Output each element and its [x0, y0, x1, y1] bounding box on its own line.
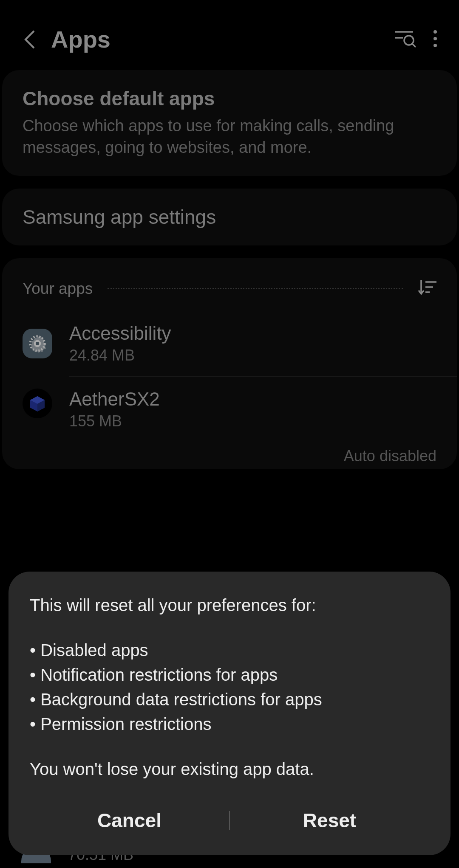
dialog-intro: This will reset all your preferences for… — [30, 593, 429, 617]
dialog-bullet-text: Disabled apps — [40, 641, 148, 659]
dialog-footer: You won't lose your existing app data. — [30, 757, 429, 781]
dialog-bullet: • Notification restrictions for apps — [30, 662, 429, 687]
dialog-bullet: • Permission restrictions — [30, 712, 429, 736]
dialog-bullet-text: Permission restrictions — [40, 715, 211, 733]
reset-button[interactable]: Reset — [230, 800, 429, 840]
cancel-button[interactable]: Cancel — [30, 800, 229, 840]
dialog-bullet: • Disabled apps — [30, 638, 429, 662]
dialog-overlay: This will reset all your preferences for… — [0, 0, 459, 868]
dialog-bullet-text: Notification restrictions for apps — [40, 665, 278, 684]
dialog-bullet: • Background data restrictions for apps — [30, 687, 429, 712]
dialog-buttons: Cancel Reset — [30, 800, 429, 855]
reset-dialog: This will reset all your preferences for… — [8, 572, 450, 855]
dialog-bullet-text: Background data restrictions for apps — [40, 690, 322, 709]
